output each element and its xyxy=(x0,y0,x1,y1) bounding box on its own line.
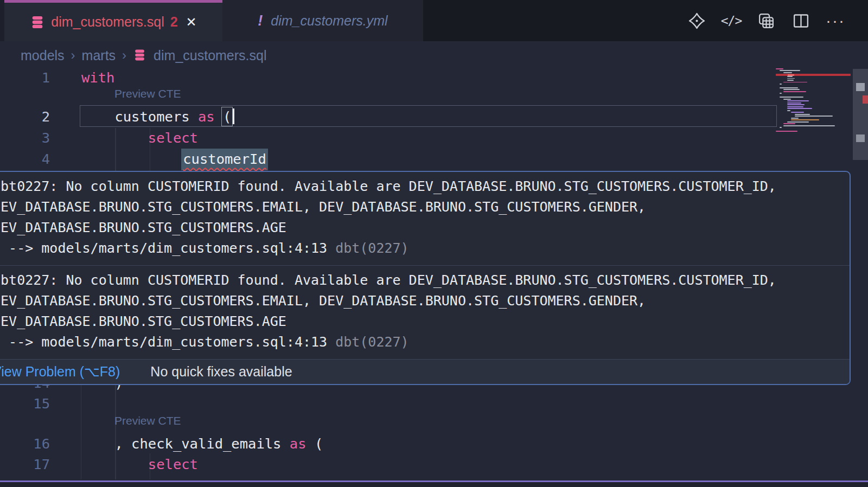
database-icon xyxy=(133,48,147,62)
error-location: --> models/marts/dim_customers.sql:4:13 xyxy=(0,240,335,256)
error-message-block: dbt0227: No column CUSTOMERID found. Ava… xyxy=(0,266,850,360)
warning-icon: ! xyxy=(258,12,263,29)
no-quick-fixes-label: No quick fixes available xyxy=(150,364,292,380)
code-text: , check_valid_emails as ( xyxy=(81,433,323,454)
code-line-17[interactable]: 17 select xyxy=(0,454,777,475)
compile-code-icon[interactable]: </> xyxy=(720,10,742,31)
more-actions-icon[interactable]: ··· xyxy=(825,10,846,31)
line-number: 3 xyxy=(0,127,50,149)
chevron-right-icon: › xyxy=(122,48,126,63)
dbt-logo-icon[interactable] xyxy=(686,10,707,31)
current-line-highlight xyxy=(80,105,777,127)
indent-guide xyxy=(115,384,116,479)
code-line-4[interactable]: 4 customerId xyxy=(0,149,777,170)
error-message-block: dbt0227: No column CUSTOMERID found. Ava… xyxy=(0,172,850,266)
overview-ruler-marker xyxy=(856,134,865,142)
view-problem-link[interactable]: View Problem (⌥F8) xyxy=(0,364,120,380)
minimap-error-word xyxy=(788,74,794,76)
codelens-preview-cte[interactable]: Preview CTE xyxy=(114,414,181,431)
hover-status-bar: View Problem (⌥F8) No quick fixes availa… xyxy=(0,360,850,384)
problem-count-badge: 2 xyxy=(170,14,178,30)
indent-guide xyxy=(115,128,116,171)
code-line-15[interactable]: 15 xyxy=(0,393,777,414)
query-results-icon[interactable] xyxy=(755,10,777,31)
line-number: 1 xyxy=(0,67,50,88)
editor-actions: </> ··· xyxy=(686,0,846,41)
tab-bar: dim_customers.sql 2 ✕ ! dim_customers.ym… xyxy=(0,0,868,41)
code-line-16[interactable]: 16 , check_valid_emails as ( xyxy=(0,433,777,454)
code-text: select xyxy=(81,127,198,149)
line-number: 15 xyxy=(0,393,50,414)
code-text: with xyxy=(81,67,114,88)
chevron-right-icon: › xyxy=(71,48,75,63)
tab-label: dim_customers.sql xyxy=(51,14,164,30)
minimap[interactable] xyxy=(776,68,851,133)
tab-label: dim_customers.yml xyxy=(271,13,387,29)
code-text: customerId xyxy=(81,149,268,170)
breadcrumb-file[interactable]: dim_customers.sql xyxy=(154,48,266,63)
breadcrumb-marts[interactable]: marts xyxy=(82,48,116,63)
database-icon xyxy=(30,15,45,30)
overview-ruler-marker xyxy=(856,83,865,91)
code-line-3[interactable]: 3 select xyxy=(0,127,777,149)
breadcrumb-models[interactable]: models xyxy=(21,48,65,63)
error-word-customerid[interactable]: customerId xyxy=(181,149,268,170)
code-text: select xyxy=(81,454,198,475)
code-line-1[interactable]: 1with xyxy=(0,67,777,88)
error-hover-panel: dbt0227: No column CUSTOMERID found. Ava… xyxy=(0,171,851,385)
error-location: --> models/marts/dim_customers.sql:4:13 xyxy=(0,334,335,350)
error-source-code: dbt(0227) xyxy=(335,334,409,350)
overview-ruler-error-marker xyxy=(863,95,868,104)
indent-guide xyxy=(150,128,151,171)
bottom-strip xyxy=(0,482,868,487)
codelens-preview-cte[interactable]: Preview CTE xyxy=(114,87,181,104)
close-icon[interactable]: ✕ xyxy=(186,15,197,30)
indent-guide xyxy=(150,453,151,479)
line-number: 2 xyxy=(0,106,50,127)
indent-guide xyxy=(81,384,82,479)
breadcrumb: models › marts › dim_customers.sql xyxy=(21,47,267,64)
line-number: 17 xyxy=(0,454,50,475)
error-source-code: dbt(0227) xyxy=(335,240,409,256)
tab-dim-customers-sql[interactable]: dim_customers.sql 2 ✕ xyxy=(4,0,222,41)
line-number: 4 xyxy=(0,149,50,170)
line-number: 16 xyxy=(0,433,50,454)
tab-dim-customers-yml[interactable]: ! dim_customers.yml xyxy=(222,0,423,41)
split-editor-icon[interactable] xyxy=(790,10,812,31)
